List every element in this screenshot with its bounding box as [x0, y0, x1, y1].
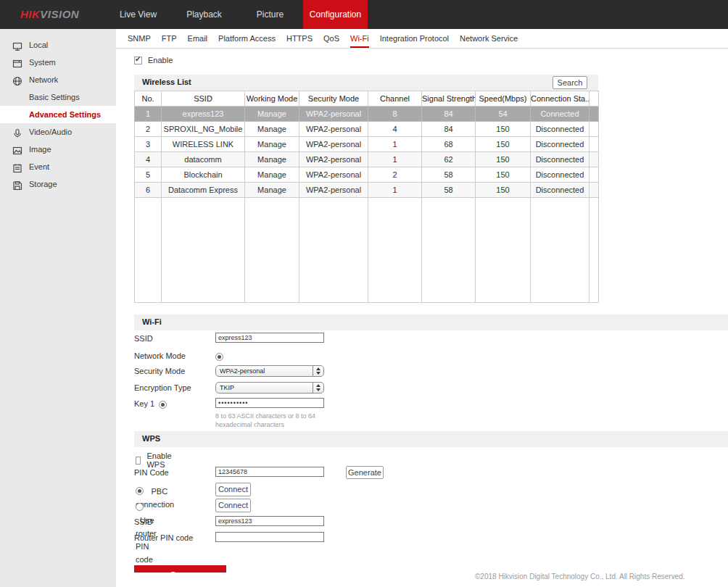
tab-ftp[interactable]: FTP	[162, 34, 177, 48]
cell-connection-status[interactable]: Disconnected	[531, 183, 590, 198]
nav-picture[interactable]: Picture	[237, 0, 303, 29]
cell-connection-status[interactable]: Disconnected	[531, 122, 590, 137]
manage-radio[interactable]	[215, 353, 223, 361]
cell-no[interactable]: 2	[135, 122, 162, 137]
sidebar-item-video-audio[interactable]: Video/Audio	[0, 123, 116, 141]
nav-configuration[interactable]: Configuration	[303, 0, 368, 29]
cell-channel[interactable]: 1	[368, 152, 422, 167]
cell-no[interactable]: 6	[135, 183, 162, 198]
cell-working-mode[interactable]: Manage	[245, 152, 299, 167]
search-button[interactable]: Search	[553, 76, 587, 89]
cell-speed[interactable]: 150	[476, 137, 531, 152]
cell-ssid[interactable]: SPROXIL_NG_Mobile	[162, 122, 245, 137]
router-pin-connect-button[interactable]: Connect	[215, 499, 251, 512]
cell-speed[interactable]: 54	[476, 107, 531, 122]
cell-signal-strength[interactable]: 58	[422, 167, 476, 183]
cell-connection-status[interactable]: Connected	[531, 107, 590, 122]
cell-signal-strength[interactable]: 68	[422, 137, 476, 152]
sidebar-item-network[interactable]: Network	[0, 71, 116, 88]
nav-live-view[interactable]: Live View	[105, 0, 171, 29]
tab-qos[interactable]: QoS	[323, 34, 339, 48]
enable-wifi-checkbox[interactable]	[134, 57, 142, 64]
table-header-row: No. SSID Working Mode Security Mode Chan…	[135, 91, 599, 107]
tab-https[interactable]: HTTPS	[286, 34, 313, 48]
cell-no[interactable]: 4	[135, 152, 162, 167]
cell-channel[interactable]: 4	[368, 122, 422, 137]
table-row[interactable]: 6 Datacomm Express Manage WPA2-personal …	[135, 183, 599, 198]
tab-snmp[interactable]: SNMP	[128, 34, 151, 48]
sidebar-item-advanced-settings[interactable]: Advanced Settings	[0, 106, 116, 123]
enable-wps-checkbox[interactable]	[136, 457, 141, 465]
generate-button[interactable]: Generate	[346, 466, 384, 479]
cell-working-mode[interactable]: Manage	[245, 107, 299, 122]
ssid-input[interactable]	[215, 333, 324, 343]
cell-working-mode[interactable]: Manage	[245, 167, 299, 183]
pin-code-input[interactable]	[215, 467, 324, 477]
cell-connection-status[interactable]: Disconnected	[531, 167, 590, 183]
nav-playback[interactable]: Playback	[171, 0, 237, 29]
sidebar-item-image[interactable]: Image	[0, 141, 116, 158]
cell-speed[interactable]: 150	[476, 122, 531, 137]
cell-working-mode[interactable]: Manage	[245, 137, 299, 152]
sidebar-item-storage[interactable]: Storage	[0, 175, 116, 193]
cell-ssid[interactable]: datacomm	[162, 152, 245, 167]
cell-channel[interactable]: 8	[368, 107, 422, 122]
select-stepper-icon[interactable]	[313, 366, 323, 376]
use-router-pin-radio[interactable]	[136, 503, 144, 511]
select-stepper-icon[interactable]	[313, 383, 323, 393]
pbc-connect-button[interactable]: Connect	[215, 483, 251, 496]
cell-ssid[interactable]: Blockchain	[162, 167, 245, 183]
cell-ssid[interactable]: Datacomm Express	[162, 183, 245, 198]
sidebar-item-label: Basic Settings	[29, 88, 80, 106]
table-row[interactable]: 5 Blockchain Manage WPA2-personal 2 58 1…	[135, 167, 599, 183]
tab-platform-access[interactable]: Platform Access	[218, 34, 276, 48]
cell-connection-status[interactable]: Disconnected	[531, 152, 590, 167]
cell-signal-strength[interactable]: 62	[422, 152, 476, 167]
tab-network-service[interactable]: Network Service	[460, 34, 518, 48]
cell-security-mode[interactable]: WPA2-personal	[299, 107, 368, 122]
cell-working-mode[interactable]: Manage	[245, 183, 299, 198]
tab-wifi[interactable]: Wi-Fi	[350, 34, 369, 48]
save-button[interactable]: Save	[134, 565, 226, 573]
sidebar-item-event[interactable]: Event	[0, 158, 116, 175]
cell-ssid[interactable]: WIRELESS LINK	[162, 137, 245, 152]
table-row[interactable]: 3 WIRELESS LINK Manage WPA2-personal 1 6…	[135, 137, 599, 152]
sidebar-item-local[interactable]: Local	[0, 36, 116, 54]
cell-channel[interactable]: 2	[368, 167, 422, 183]
table-row[interactable]: 1 express123 Manage WPA2-personal 8 84 5…	[135, 107, 599, 122]
cell-ssid[interactable]: express123	[162, 107, 245, 122]
cell-security-mode[interactable]: WPA2-personal	[299, 137, 368, 152]
wps-ssid-input[interactable]	[215, 516, 324, 526]
encryption-type-select[interactable]: TKIP	[215, 382, 324, 394]
cell-security-mode[interactable]: WPA2-personal	[299, 122, 368, 137]
cell-signal-strength[interactable]: 84	[422, 122, 476, 137]
sidebar-item-basic-settings[interactable]: Basic Settings	[0, 88, 116, 106]
cell-speed[interactable]: 150	[476, 183, 531, 198]
cell-channel[interactable]: 1	[368, 183, 422, 198]
key1-radio[interactable]	[159, 401, 167, 409]
tab-integration-protocol[interactable]: Integration Protocol	[380, 34, 449, 48]
cell-security-mode[interactable]: WPA2-personal	[299, 152, 368, 167]
cell-channel[interactable]: 1	[368, 137, 422, 152]
cell-no[interactable]: 5	[135, 167, 162, 183]
security-mode-select[interactable]: WPA2-personal	[215, 365, 324, 377]
cell-signal-strength[interactable]: 58	[422, 183, 476, 198]
cell-security-mode[interactable]: WPA2-personal	[299, 183, 368, 198]
cell-signal-strength[interactable]: 84	[422, 107, 476, 122]
security-mode-value: WPA2-personal	[220, 367, 265, 375]
cell-security-mode[interactable]: WPA2-personal	[299, 167, 368, 183]
table-row[interactable]: 4 datacomm Manage WPA2-personal 1 62 150…	[135, 152, 599, 167]
key1-password-input[interactable]	[215, 398, 324, 408]
sidebar-item-system[interactable]: System	[0, 54, 116, 71]
cell-no[interactable]: 1	[135, 107, 162, 122]
col-speed: Speed(Mbps)	[476, 91, 531, 107]
cell-speed[interactable]: 150	[476, 167, 531, 183]
cell-working-mode[interactable]: Manage	[245, 122, 299, 137]
tab-email[interactable]: Email	[188, 34, 208, 48]
router-pin-code-input[interactable]	[215, 532, 324, 542]
cell-speed[interactable]: 150	[476, 152, 531, 167]
cell-connection-status[interactable]: Disconnected	[531, 137, 590, 152]
table-row[interactable]: 2 SPROXIL_NG_Mobile Manage WPA2-personal…	[135, 122, 599, 137]
cell-no[interactable]: 3	[135, 137, 162, 152]
pbc-connection-radio[interactable]	[136, 487, 144, 495]
